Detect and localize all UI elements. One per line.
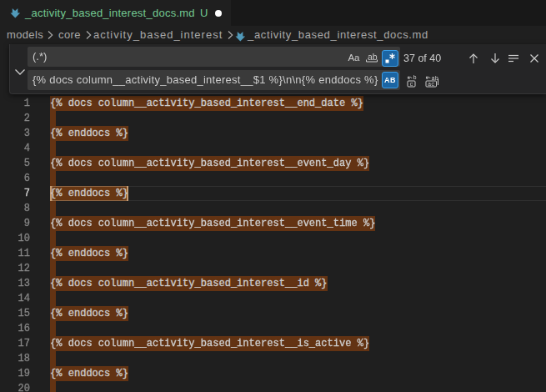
svg-text:c: c <box>410 81 413 88</box>
svg-text:ac: ac <box>428 81 434 88</box>
svg-text:ab: ab <box>368 51 378 61</box>
svg-text:b: b <box>413 74 417 81</box>
